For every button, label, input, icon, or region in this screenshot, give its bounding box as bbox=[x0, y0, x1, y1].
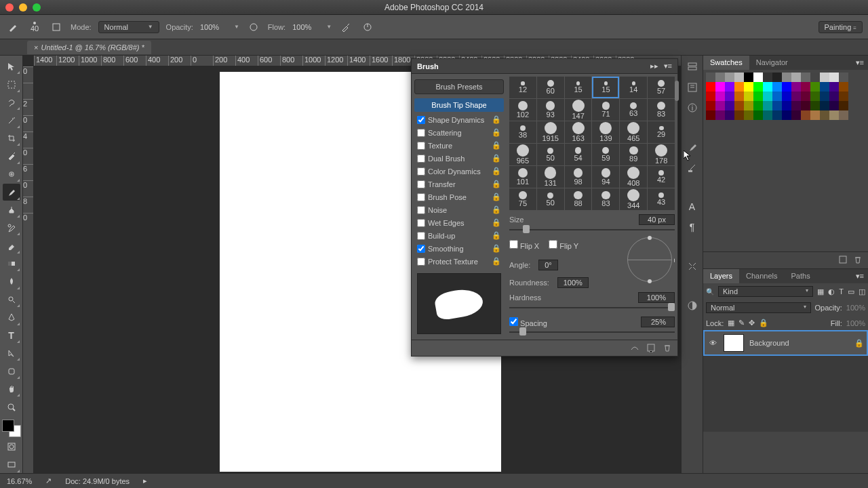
swatch[interactable] bbox=[763, 82, 772, 92]
brush-tip-98[interactable]: 98 bbox=[565, 166, 592, 188]
roundness-value[interactable]: 100% bbox=[557, 277, 589, 288]
brush-tip-63[interactable]: 63 bbox=[620, 99, 647, 121]
tip-scrollbar[interactable] bbox=[675, 77, 679, 210]
swatch[interactable] bbox=[772, 92, 782, 101]
swatch[interactable] bbox=[772, 101, 782, 110]
brush-tip-94[interactable]: 94 bbox=[592, 166, 619, 188]
swatch[interactable] bbox=[801, 82, 810, 92]
swatch[interactable] bbox=[839, 73, 848, 82]
brush-tip-50[interactable]: 50 bbox=[537, 188, 564, 210]
layer-opacity-value[interactable]: 100% bbox=[846, 304, 865, 312]
brush-tip-147[interactable]: 147 bbox=[565, 99, 592, 121]
swatch[interactable] bbox=[706, 101, 715, 110]
brush-panel-header[interactable]: Brush ▸▸ ▾≡ bbox=[412, 59, 677, 74]
brush-tool[interactable] bbox=[3, 184, 20, 200]
properties-panel-icon[interactable] bbox=[685, 80, 700, 95]
brush-option-build-up[interactable]: Build-up🔒 bbox=[414, 229, 504, 242]
swatch[interactable] bbox=[715, 101, 725, 110]
history-brush-tool[interactable] bbox=[3, 220, 20, 236]
panel-menu-icon[interactable]: ▾≡ bbox=[852, 56, 868, 70]
swatch[interactable] bbox=[706, 73, 715, 82]
swatch[interactable] bbox=[782, 101, 791, 110]
swatch[interactable] bbox=[791, 82, 801, 92]
color-picker[interactable] bbox=[2, 420, 21, 437]
swatch[interactable] bbox=[829, 92, 839, 101]
tab-layers[interactable]: Layers bbox=[703, 269, 739, 283]
swatch[interactable] bbox=[725, 110, 734, 120]
lock-pixels-icon[interactable]: ✎ bbox=[738, 319, 745, 327]
layer-name[interactable]: Background bbox=[749, 339, 789, 347]
swatch[interactable] bbox=[782, 82, 791, 92]
tool-presets-panel-icon[interactable] bbox=[685, 259, 700, 274]
swatch[interactable] bbox=[763, 92, 772, 101]
swatch[interactable] bbox=[744, 73, 753, 82]
panel-menu-icon[interactable]: ▾≡ bbox=[664, 62, 672, 70]
swatch[interactable] bbox=[734, 110, 744, 120]
hand-tool[interactable] bbox=[3, 381, 20, 397]
move-tool[interactable] bbox=[3, 58, 20, 75]
swatch[interactable] bbox=[734, 92, 744, 101]
new-brush-icon[interactable] bbox=[646, 343, 656, 354]
visibility-toggle-icon[interactable]: 👁 bbox=[707, 339, 718, 347]
swatch[interactable] bbox=[820, 82, 829, 92]
swatch[interactable] bbox=[715, 92, 725, 101]
lock-position-icon[interactable]: ✥ bbox=[749, 319, 755, 327]
lock-icon[interactable]: 🔒 bbox=[492, 231, 501, 240]
swatch[interactable] bbox=[725, 73, 734, 82]
quick-mask-toggle[interactable] bbox=[3, 439, 20, 455]
toggle-live-preview-icon[interactable] bbox=[630, 343, 639, 354]
brush-tip-101[interactable]: 101 bbox=[509, 166, 536, 188]
eyedropper-tool[interactable] bbox=[3, 148, 20, 164]
layer-filter-kind[interactable]: Kind▾ bbox=[718, 286, 813, 297]
swatch[interactable] bbox=[829, 110, 839, 120]
swatch[interactable] bbox=[706, 82, 715, 92]
flow-chevron-icon[interactable]: ▼ bbox=[326, 24, 332, 30]
brush-tip-43[interactable]: 43 bbox=[648, 188, 675, 210]
brush-tip-14[interactable]: 14 bbox=[620, 77, 647, 98]
swatch[interactable] bbox=[839, 101, 848, 110]
screen-mode-toggle[interactable] bbox=[3, 457, 20, 473]
lock-icon[interactable]: 🔒 bbox=[492, 115, 501, 124]
lock-icon[interactable]: 🔒 bbox=[492, 218, 501, 227]
layer-item-background[interactable]: 👁 Background 🔒 bbox=[703, 330, 868, 356]
brush-tip-965[interactable]: 965 bbox=[509, 144, 536, 165]
filter-adjust-icon[interactable]: ◐ bbox=[828, 287, 835, 296]
swatch[interactable] bbox=[782, 92, 791, 101]
swatch[interactable] bbox=[706, 92, 715, 101]
brush-presets-button[interactable]: Brush Presets bbox=[414, 79, 504, 94]
swatch[interactable] bbox=[820, 92, 829, 101]
swatch[interactable] bbox=[801, 110, 810, 120]
swatch[interactable] bbox=[772, 82, 782, 92]
gradient-tool[interactable] bbox=[3, 256, 20, 272]
swatch[interactable] bbox=[829, 82, 839, 92]
swatch[interactable] bbox=[715, 82, 725, 92]
brush-option-dual-brush[interactable]: Dual Brush🔒 bbox=[414, 152, 504, 165]
opacity-value[interactable]: 100% bbox=[200, 23, 227, 31]
swatch[interactable] bbox=[791, 110, 801, 120]
swatch[interactable] bbox=[810, 101, 820, 110]
brush-tip-178[interactable]: 178 bbox=[648, 144, 675, 165]
swatch[interactable] bbox=[763, 110, 772, 120]
lock-transparency-icon[interactable]: ▦ bbox=[728, 319, 734, 327]
brush-tip-131[interactable]: 131 bbox=[537, 166, 564, 188]
swatch[interactable] bbox=[839, 110, 848, 120]
lock-icon[interactable]: 🔒 bbox=[492, 205, 501, 214]
blend-mode-dropdown[interactable]: Normal ▼ bbox=[98, 21, 159, 33]
swatch[interactable] bbox=[791, 92, 801, 101]
workspace-switcher[interactable]: Painting ≡ bbox=[818, 21, 863, 33]
brush-tip-83[interactable]: 83 bbox=[592, 188, 619, 210]
brush-tip-12[interactable]: 12 bbox=[509, 77, 536, 98]
swatch[interactable] bbox=[810, 92, 820, 101]
brush-option-smoothing[interactable]: Smoothing🔒 bbox=[414, 242, 504, 255]
lasso-tool[interactable] bbox=[3, 94, 20, 110]
new-swatch-icon[interactable] bbox=[838, 255, 848, 266]
swatch[interactable] bbox=[801, 73, 810, 82]
swatch[interactable] bbox=[839, 82, 848, 92]
clone-stamp-tool[interactable] bbox=[3, 202, 20, 218]
brush-tip-38[interactable]: 38 bbox=[509, 121, 536, 143]
hardness-value[interactable]: 100% bbox=[638, 292, 675, 303]
swatch[interactable] bbox=[763, 101, 772, 110]
swatch[interactable] bbox=[706, 110, 715, 120]
swatch[interactable] bbox=[725, 101, 734, 110]
brush-option-shape-dynamics[interactable]: Shape Dynamics🔒 bbox=[414, 113, 504, 126]
